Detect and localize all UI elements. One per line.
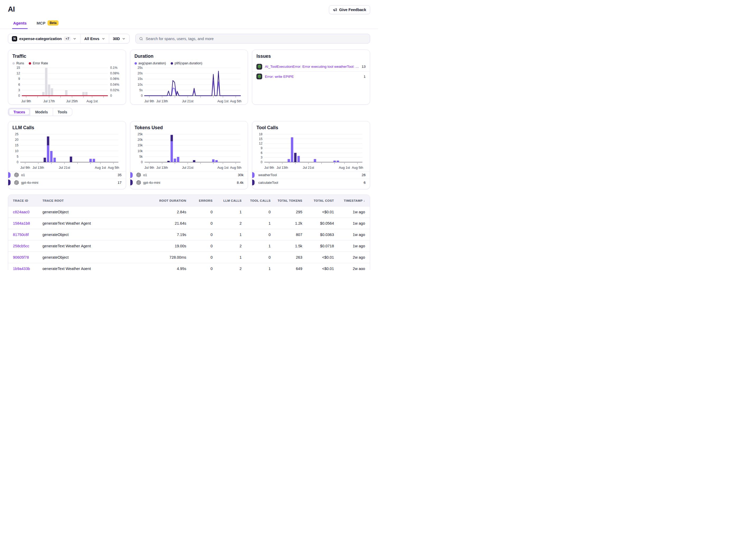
- tab-agents[interactable]: Agents: [13, 18, 27, 29]
- trace-row[interactable]: 90605f78generateObject728.00ms010263<$0.…: [8, 251, 370, 263]
- beta-badge: Beta: [48, 20, 59, 26]
- issue-count: 13: [362, 65, 366, 68]
- svg-text:Jul 13th: Jul 13th: [33, 166, 44, 170]
- chevron-down-icon: [73, 37, 76, 41]
- cell-trace_id[interactable]: 1b9a433b: [13, 267, 43, 270]
- svg-text:0.06%: 0.06%: [110, 77, 119, 81]
- svg-text:Aug 1st: Aug 1st: [339, 166, 350, 170]
- cell-trace_id[interactable]: c824aac0: [13, 210, 43, 214]
- col-errors[interactable]: ERRORS: [186, 199, 213, 202]
- error-rate-legend-label: Error Rate: [33, 62, 48, 65]
- tab-mcp[interactable]: MCP Beta: [36, 18, 59, 29]
- tokens-used-title: Tokens Used: [130, 121, 248, 131]
- svg-text:12: 12: [259, 142, 263, 145]
- search-input[interactable]: [146, 37, 367, 41]
- trace-row[interactable]: 1b9a433bgenerateText Weather Agent4.95s0…: [8, 263, 370, 270]
- svg-text:10: 10: [15, 149, 19, 153]
- series-value: 6: [364, 181, 366, 185]
- svg-text:Aug 5th: Aug 5th: [230, 99, 241, 103]
- svg-text:25s: 25s: [137, 66, 142, 69]
- primary-tabs: Agents MCP Beta: [0, 18, 378, 29]
- issue-row[interactable]: AI_ToolExecutionError: Error executing t…: [252, 62, 370, 71]
- svg-text:10k: 10k: [137, 149, 143, 153]
- llm-calls-card: LLM Calls 0510152025Jul 9thJul 13thJul 2…: [8, 121, 126, 189]
- col-root_duration[interactable]: ROOT DURATION: [139, 199, 186, 202]
- svg-text:Jul 21st: Jul 21st: [182, 99, 194, 103]
- svg-text:20k: 20k: [137, 138, 143, 142]
- cell-trace_id[interactable]: 1584a1b8: [13, 221, 43, 225]
- ai-dashboard-page: AI Give Feedback Agents MCP Beta N expen…: [0, 0, 378, 270]
- col-timestamp[interactable]: TIMESTAMP↓: [334, 199, 365, 202]
- series-value: 8.4k: [237, 181, 244, 185]
- svg-text:25k: 25k: [137, 132, 143, 136]
- col-total_tokens[interactable]: TOTAL TOKENS: [271, 199, 302, 202]
- col-llm_calls[interactable]: LLM CALLS: [213, 199, 241, 202]
- cell-trace_id[interactable]: 81750c8f: [13, 232, 43, 237]
- col-tool_calls[interactable]: TOOL CALLS: [241, 199, 271, 202]
- legend-row-calculatetool[interactable]: calculateTool 6: [252, 179, 370, 187]
- svg-text:5: 5: [17, 155, 19, 159]
- cell-trace_root: generateObject: [43, 232, 139, 237]
- give-feedback-button[interactable]: Give Feedback: [329, 5, 370, 14]
- series-label: o1: [143, 173, 238, 177]
- issue-link[interactable]: Error: write EPIPE: [265, 74, 361, 78]
- timestamp-value: 1w ago: [353, 232, 365, 237]
- svg-text:Aug 5th: Aug 5th: [352, 166, 363, 170]
- trace-row[interactable]: c824aac0generateObject2.84s010295<$0.011…: [8, 206, 370, 217]
- col-trace_root[interactable]: TRACE ROOT: [43, 199, 139, 202]
- trace-row[interactable]: 258cb5ccgenerateText Weather Agent19.00s…: [8, 240, 370, 251]
- svg-text:0: 0: [141, 160, 143, 164]
- tab-traces-label: Traces: [13, 110, 25, 114]
- issue-row[interactable]: Error: write EPIPE 1: [252, 71, 370, 81]
- cell-timestamp: 1w ago: [334, 221, 365, 225]
- legend-row-gpt-4o-mini[interactable]: gpt-4o-mini 8.4k: [130, 179, 248, 187]
- col-trace_id[interactable]: TRACE ID: [13, 199, 43, 202]
- issue-link[interactable]: AI_ToolExecutionError: Error executing t…: [265, 65, 359, 68]
- tab-agents-label: Agents: [13, 21, 27, 25]
- traces-table-header: TRACE IDTRACE ROOTROOT DURATIONERRORSLLM…: [8, 195, 370, 206]
- cell-total_cost: $0.0363: [302, 232, 334, 237]
- project-selector[interactable]: N expense-categorization +7: [8, 34, 80, 43]
- svg-text:Jul 21st: Jul 21st: [182, 166, 194, 170]
- tab-traces[interactable]: Traces: [9, 109, 30, 115]
- cell-trace_id[interactable]: 90605f78: [13, 255, 43, 259]
- overview-cards: Traffic Runs Error Rate 0030.02%60.04%90…: [8, 50, 370, 105]
- runs-legend-label: Runs: [16, 62, 24, 65]
- cell-trace_id[interactable]: 258cb5cc: [13, 244, 43, 248]
- date-range-selector[interactable]: 30D: [109, 34, 129, 43]
- runs-legend-dot: [12, 62, 15, 65]
- series-color-chip: [130, 180, 133, 185]
- svg-text:Jul 9th: Jul 9th: [20, 166, 30, 170]
- tab-models[interactable]: Models: [30, 108, 53, 116]
- series-value: 30k: [238, 173, 244, 177]
- cell-root_duration: 728.00ms: [139, 255, 186, 259]
- tab-tools[interactable]: Tools: [53, 108, 72, 116]
- svg-text:3: 3: [261, 156, 262, 159]
- cell-total_tokens: 1.5k: [271, 244, 302, 248]
- svg-text:0.04%: 0.04%: [110, 83, 119, 86]
- tab-mcp-label: MCP: [37, 21, 45, 25]
- legend-row-weathertool[interactable]: weatherTool 26: [252, 171, 370, 179]
- svg-text:9: 9: [261, 146, 262, 150]
- cell-timestamp: 2w ago: [334, 255, 365, 259]
- legend-row-o1[interactable]: o1 30k: [130, 171, 248, 179]
- trace-row[interactable]: 81750c8fgenerateObject7.19s010807$0.0363…: [8, 229, 370, 240]
- cell-total_cost: <$0.01: [302, 255, 334, 259]
- cell-tool_calls: 0: [241, 210, 271, 214]
- search-box[interactable]: [135, 34, 370, 44]
- col-total_cost[interactable]: TOTAL COST: [302, 199, 334, 202]
- svg-text:Jul 25th: Jul 25th: [66, 99, 78, 103]
- tab-models-label: Models: [35, 110, 48, 114]
- timestamp-value: 1w ago: [353, 210, 365, 214]
- legend-row-gpt-4o-mini[interactable]: gpt-4o-mini 17: [8, 179, 126, 187]
- legend-row-o1[interactable]: o1 35: [8, 171, 126, 179]
- trace-row[interactable]: 1584a1b8generateText Weather Agent21.64s…: [8, 217, 370, 229]
- env-selector[interactable]: All Envs: [80, 34, 109, 43]
- traces-table: TRACE IDTRACE ROOTROOT DURATIONERRORSLLM…: [8, 195, 370, 270]
- issue-gem-icon: [256, 73, 262, 79]
- cell-timestamp: 2w ago: [334, 267, 365, 270]
- svg-text:20s: 20s: [137, 71, 142, 75]
- cell-total_cost: <$0.01: [302, 267, 334, 270]
- traffic-legend: Runs Error Rate: [8, 59, 126, 65]
- cell-timestamp: 1w ago: [334, 232, 365, 237]
